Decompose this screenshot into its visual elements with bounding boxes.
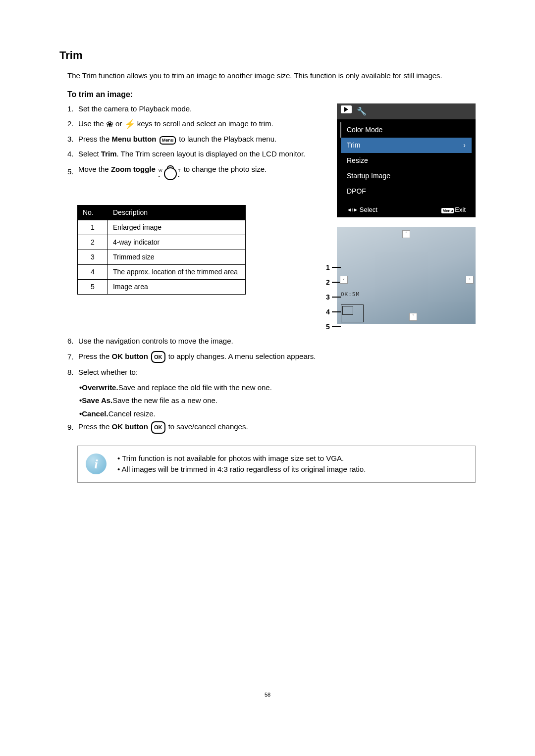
- info-icon: i: [86, 454, 107, 474]
- step-3: 3. Press the Menu button Menu to launch …: [67, 134, 325, 145]
- page-number: 58: [59, 691, 476, 699]
- table-row: 3Trimmed size: [78, 250, 246, 264]
- image-area-box: [341, 304, 364, 322]
- step-2: 2. Use the ❀ or ⚡ keys to scroll and sel…: [67, 118, 325, 130]
- step-9: 9. Press the OK button OK to save/cancel…: [67, 421, 476, 434]
- menu-item-color-mode: Color Mode: [340, 122, 476, 138]
- menu-item-resize: Resize: [337, 153, 476, 168]
- playback-icon: [341, 105, 352, 113]
- menu-button-icon: Menu: [160, 136, 176, 145]
- table-row: 5Image area: [78, 279, 246, 294]
- intro-text: The Trim function allows you to trim an …: [67, 70, 476, 82]
- trim-location-box: [342, 306, 353, 315]
- arrow-right-icon: ›: [466, 276, 474, 284]
- description-table: No.Description 1Enlarged image 24-way in…: [77, 205, 246, 295]
- arrow-down-icon: ˅: [409, 313, 417, 321]
- table-row: 24-way indicator: [78, 235, 246, 250]
- menu-item-dpof: DPOF: [337, 184, 476, 199]
- sub-cancel: Cancel. Cancel resize.: [79, 408, 476, 420]
- arrow-up-icon: ˄: [402, 230, 410, 238]
- info-note-1: Trim function is not available for photo…: [117, 453, 366, 464]
- callout-numbers: 12345: [326, 260, 341, 334]
- chevron-right-icon: ›: [463, 140, 466, 151]
- lcd-menu: 🔧 Color Mode Trim› Resize Startup Image …: [337, 103, 476, 218]
- wrench-icon: 🔧: [357, 105, 367, 117]
- bolt-icon: ⚡: [124, 120, 135, 129]
- ok-button-icon: OK: [151, 421, 165, 434]
- zoom-toggle-icon: W▪T▪: [159, 167, 180, 180]
- page-title: Trim: [59, 47, 476, 63]
- info-note-2: All images will be trimmed in 4:3 ratio …: [117, 464, 366, 475]
- trim-preview: 12345 ˄ ˅ ‹ › OK:5M: [337, 227, 476, 324]
- select-indicator: Select: [347, 205, 377, 215]
- table-row: 1Enlarged image: [78, 220, 246, 235]
- menu-item-startup: Startup Image: [337, 168, 476, 184]
- subtitle: To trim an image:: [67, 89, 476, 101]
- table-row: 4The approx. location of the trimmed are…: [78, 264, 246, 279]
- sub-save-as: Save As. Save the new file as a new one.: [79, 395, 476, 406]
- arrow-left-icon: ‹: [340, 276, 348, 284]
- step-7: 7. Press the OK button OK to apply chang…: [67, 351, 476, 363]
- ok-button-icon: OK: [151, 351, 165, 363]
- sub-overwrite: Overwrite. Save and replace the old file…: [79, 382, 476, 394]
- step-8: 8.Select whether to:: [67, 367, 476, 378]
- step-4: 4. Select Trim. The Trim screen layout i…: [67, 149, 325, 160]
- step-6: 6.Use the navigation controls to move th…: [67, 336, 476, 347]
- step-1: 1.Set the camera to Playback mode.: [67, 103, 325, 115]
- menu-item-trim: Trim›: [341, 138, 472, 153]
- flower-icon: ❀: [106, 120, 113, 129]
- exit-indicator: MenuExit: [441, 205, 466, 215]
- trimmed-size-label: OK:5M: [341, 291, 360, 299]
- info-note: i Trim function is not available for pho…: [77, 446, 476, 483]
- step-5: 5. Move the Zoom toggle W▪T▪ to change t…: [67, 164, 325, 180]
